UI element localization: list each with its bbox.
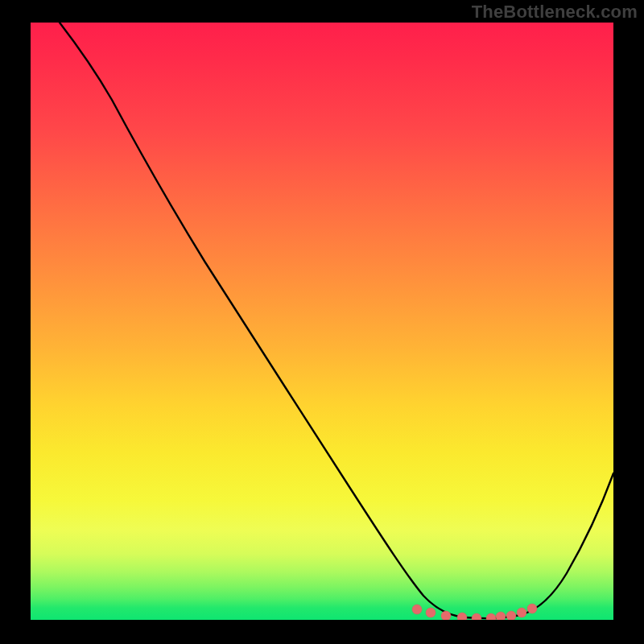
plot-area	[31, 23, 613, 620]
svg-point-2	[441, 611, 451, 620]
svg-point-9	[527, 604, 537, 613]
svg-point-6	[496, 612, 506, 620]
svg-point-0	[412, 605, 422, 614]
bottleneck-curve	[60, 23, 613, 618]
svg-point-3	[457, 613, 467, 620]
curve-layer	[31, 23, 613, 620]
chart-frame: TheBottleneck.com	[0, 0, 644, 644]
svg-point-4	[472, 613, 481, 620]
svg-point-5	[486, 613, 496, 620]
svg-point-8	[517, 608, 526, 617]
svg-point-1	[426, 608, 436, 617]
svg-point-7	[506, 611, 516, 620]
optimal-range-dots	[412, 604, 537, 620]
watermark-text: TheBottleneck.com	[472, 2, 638, 23]
